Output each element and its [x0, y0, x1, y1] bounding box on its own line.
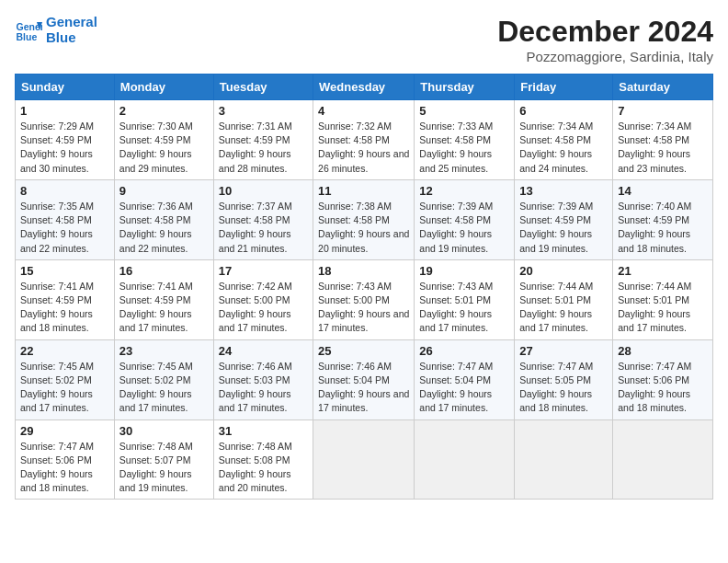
day-number: 30	[119, 424, 209, 438]
day-info: Sunrise: 7:31 AMSunset: 4:59 PMDaylight:…	[219, 120, 308, 176]
day-cell: 15Sunrise: 7:41 AMSunset: 4:59 PMDayligh…	[16, 259, 115, 339]
day-info: Sunrise: 7:41 AMSunset: 4:59 PMDaylight:…	[119, 280, 209, 336]
day-number: 9	[119, 184, 209, 198]
day-info: Sunrise: 7:46 AMSunset: 5:04 PMDaylight:…	[318, 360, 409, 416]
day-number: 29	[20, 424, 109, 438]
day-cell: 21Sunrise: 7:44 AMSunset: 5:01 PMDayligh…	[613, 259, 713, 339]
day-info: Sunrise: 7:34 AMSunset: 4:58 PMDaylight:…	[519, 120, 608, 176]
day-cell: 25Sunrise: 7:46 AMSunset: 5:04 PMDayligh…	[313, 339, 415, 419]
day-number: 17	[219, 264, 308, 278]
day-cell: 12Sunrise: 7:39 AMSunset: 4:58 PMDayligh…	[415, 179, 515, 259]
day-number: 2	[119, 104, 209, 118]
day-info: Sunrise: 7:38 AMSunset: 4:58 PMDaylight:…	[318, 200, 409, 256]
weekday-header-wednesday: Wednesday	[313, 75, 415, 100]
day-cell: 18Sunrise: 7:43 AMSunset: 5:00 PMDayligh…	[313, 259, 415, 339]
day-cell: 23Sunrise: 7:45 AMSunset: 5:02 PMDayligh…	[114, 339, 213, 419]
day-number: 10	[219, 184, 308, 198]
day-info: Sunrise: 7:32 AMSunset: 4:58 PMDaylight:…	[318, 120, 409, 176]
month-title: December 2024	[497, 15, 713, 49]
day-info: Sunrise: 7:48 AMSunset: 5:07 PMDaylight:…	[119, 440, 209, 496]
day-cell	[313, 419, 415, 500]
day-cell	[415, 419, 515, 500]
day-number: 16	[119, 264, 209, 278]
day-info: Sunrise: 7:44 AMSunset: 5:01 PMDaylight:…	[618, 280, 708, 336]
weekday-header-monday: Monday	[114, 75, 213, 100]
day-number: 19	[419, 264, 509, 278]
day-cell: 3Sunrise: 7:31 AMSunset: 4:59 PMDaylight…	[213, 100, 313, 180]
day-info: Sunrise: 7:39 AMSunset: 4:58 PMDaylight:…	[419, 200, 509, 256]
title-block: December 2024 Pozzomaggiore, Sardinia, I…	[497, 15, 713, 64]
day-cell: 29Sunrise: 7:47 AMSunset: 5:06 PMDayligh…	[16, 419, 115, 500]
day-number: 14	[618, 184, 708, 198]
day-number: 13	[519, 184, 608, 198]
day-cell	[613, 419, 713, 500]
calendar-table: SundayMondayTuesdayWednesdayThursdayFrid…	[15, 74, 713, 500]
day-info: Sunrise: 7:35 AMSunset: 4:58 PMDaylight:…	[20, 200, 109, 256]
day-info: Sunrise: 7:45 AMSunset: 5:02 PMDaylight:…	[20, 360, 109, 416]
logo: General Blue General Blue	[15, 15, 97, 45]
day-info: Sunrise: 7:44 AMSunset: 5:01 PMDaylight:…	[519, 280, 608, 336]
page-header: General Blue General Blue December 2024 …	[15, 15, 713, 64]
day-number: 31	[219, 424, 308, 438]
day-info: Sunrise: 7:47 AMSunset: 5:06 PMDaylight:…	[618, 360, 708, 416]
day-cell: 8Sunrise: 7:35 AMSunset: 4:58 PMDaylight…	[16, 179, 115, 259]
day-number: 7	[618, 104, 708, 118]
day-number: 25	[318, 344, 409, 358]
day-cell: 4Sunrise: 7:32 AMSunset: 4:58 PMDaylight…	[313, 100, 415, 180]
day-number: 22	[20, 344, 109, 358]
weekday-header-row: SundayMondayTuesdayWednesdayThursdayFrid…	[16, 75, 713, 100]
day-cell: 17Sunrise: 7:42 AMSunset: 5:00 PMDayligh…	[213, 259, 313, 339]
day-info: Sunrise: 7:40 AMSunset: 4:59 PMDaylight:…	[618, 200, 708, 256]
day-number: 4	[318, 104, 409, 118]
day-cell	[515, 419, 613, 500]
day-cell: 24Sunrise: 7:46 AMSunset: 5:03 PMDayligh…	[213, 339, 313, 419]
day-cell: 5Sunrise: 7:33 AMSunset: 4:58 PMDaylight…	[415, 100, 515, 180]
day-info: Sunrise: 7:39 AMSunset: 4:59 PMDaylight:…	[519, 200, 608, 256]
day-number: 18	[318, 264, 409, 278]
day-number: 20	[519, 264, 608, 278]
day-cell: 14Sunrise: 7:40 AMSunset: 4:59 PMDayligh…	[613, 179, 713, 259]
day-info: Sunrise: 7:37 AMSunset: 4:58 PMDaylight:…	[219, 200, 308, 256]
day-cell: 11Sunrise: 7:38 AMSunset: 4:58 PMDayligh…	[313, 179, 415, 259]
day-info: Sunrise: 7:42 AMSunset: 5:00 PMDaylight:…	[219, 280, 308, 336]
day-cell: 16Sunrise: 7:41 AMSunset: 4:59 PMDayligh…	[114, 259, 213, 339]
day-cell: 19Sunrise: 7:43 AMSunset: 5:01 PMDayligh…	[415, 259, 515, 339]
week-row-4: 22Sunrise: 7:45 AMSunset: 5:02 PMDayligh…	[16, 339, 713, 419]
day-number: 26	[419, 344, 509, 358]
day-cell: 2Sunrise: 7:30 AMSunset: 4:59 PMDaylight…	[114, 100, 213, 180]
day-info: Sunrise: 7:47 AMSunset: 5:06 PMDaylight:…	[20, 440, 109, 496]
day-number: 27	[519, 344, 608, 358]
day-number: 5	[419, 104, 509, 118]
day-info: Sunrise: 7:29 AMSunset: 4:59 PMDaylight:…	[20, 120, 109, 176]
day-info: Sunrise: 7:46 AMSunset: 5:03 PMDaylight:…	[219, 360, 308, 416]
day-info: Sunrise: 7:47 AMSunset: 5:05 PMDaylight:…	[519, 360, 608, 416]
svg-text:Blue: Blue	[17, 30, 38, 41]
day-cell: 6Sunrise: 7:34 AMSunset: 4:58 PMDaylight…	[515, 100, 613, 180]
location: Pozzomaggiore, Sardinia, Italy	[497, 49, 713, 64]
day-info: Sunrise: 7:45 AMSunset: 5:02 PMDaylight:…	[119, 360, 209, 416]
day-number: 12	[419, 184, 509, 198]
weekday-header-tuesday: Tuesday	[213, 75, 313, 100]
day-cell: 31Sunrise: 7:48 AMSunset: 5:08 PMDayligh…	[213, 419, 313, 500]
day-number: 3	[219, 104, 308, 118]
day-number: 28	[618, 344, 708, 358]
day-cell: 10Sunrise: 7:37 AMSunset: 4:58 PMDayligh…	[213, 179, 313, 259]
weekday-header-sunday: Sunday	[16, 75, 115, 100]
day-cell: 28Sunrise: 7:47 AMSunset: 5:06 PMDayligh…	[613, 339, 713, 419]
logo-icon: General Blue	[15, 17, 42, 44]
day-cell: 13Sunrise: 7:39 AMSunset: 4:59 PMDayligh…	[515, 179, 613, 259]
day-number: 8	[20, 184, 109, 198]
logo-general: General	[46, 14, 97, 29]
day-info: Sunrise: 7:43 AMSunset: 5:01 PMDaylight:…	[419, 280, 509, 336]
day-cell: 27Sunrise: 7:47 AMSunset: 5:05 PMDayligh…	[515, 339, 613, 419]
day-cell: 1Sunrise: 7:29 AMSunset: 4:59 PMDaylight…	[16, 100, 115, 180]
day-cell: 22Sunrise: 7:45 AMSunset: 5:02 PMDayligh…	[16, 339, 115, 419]
day-info: Sunrise: 7:33 AMSunset: 4:58 PMDaylight:…	[419, 120, 509, 176]
day-info: Sunrise: 7:30 AMSunset: 4:59 PMDaylight:…	[119, 120, 209, 176]
day-number: 15	[20, 264, 109, 278]
day-number: 11	[318, 184, 409, 198]
day-info: Sunrise: 7:36 AMSunset: 4:58 PMDaylight:…	[119, 200, 209, 256]
week-row-2: 8Sunrise: 7:35 AMSunset: 4:58 PMDaylight…	[16, 179, 713, 259]
weekday-header-thursday: Thursday	[415, 75, 515, 100]
weekday-header-saturday: Saturday	[613, 75, 713, 100]
